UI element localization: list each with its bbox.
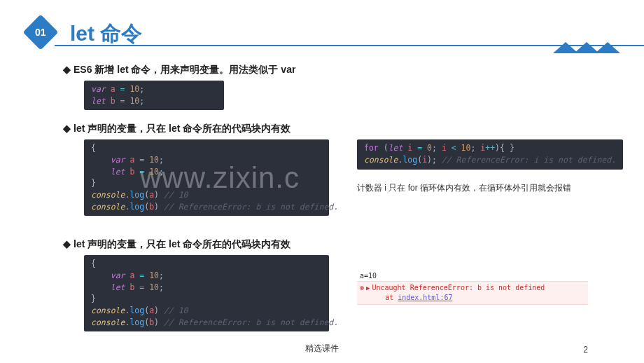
disclosure-triangle-icon: ▶ — [366, 285, 370, 292]
error-icon: ⊗ — [360, 284, 364, 292]
page-number: 2 — [583, 345, 588, 355]
error-source-link[interactable]: index.html:67 — [398, 294, 452, 301]
bullet-2: ◆let 声明的变量，只在 let 命令所在的代码块内有效 — [63, 123, 588, 135]
console-error: ⊗▶Uncaught ReferenceError: b is not defi… — [357, 281, 588, 305]
slide-content: ◆ES6 新增 let 命令，用来声明变量。用法类似于 var var a = … — [0, 48, 644, 344]
diamond-bullet-icon: ◆ — [63, 64, 71, 75]
bullet-3: ◆let 声明的变量，只在 let 命令所在的代码块内有效 — [63, 238, 588, 251]
diamond-bullet-icon: ◆ — [63, 123, 71, 134]
code-block-2-left: { var a = 10; let b = 10; } console.log(… — [84, 139, 329, 216]
section-number-badge: 01 — [23, 15, 59, 50]
svg-marker-1 — [574, 42, 599, 53]
code-block-2-right: for (let i = 0; i < 10; i++){ } console.… — [357, 139, 623, 169]
footer-center: 精选课件 — [0, 343, 644, 355]
svg-marker-0 — [553, 42, 578, 53]
error-at: at — [385, 294, 398, 301]
console-error-message: Uncaught ReferenceError: b is not define… — [372, 284, 545, 292]
section-number: 01 — [35, 27, 46, 38]
diamond-bullet-icon: ◆ — [63, 238, 71, 249]
bullet-1: ◆ES6 新增 let 命令，用来声明变量。用法类似于 var — [63, 64, 588, 76]
caption-2-right: 计数器 i 只在 for 循环体内有效，在循环体外引用就会报错 — [357, 182, 623, 194]
slide-header: 01 let 命令 — [0, 0, 644, 48]
devtools-panel: a=10 ⊗▶Uncaught ReferenceError: b is not… — [357, 272, 588, 305]
svg-marker-2 — [595, 42, 620, 53]
right-column-2: for (let i = 0; i < 10; i++){ } console.… — [357, 139, 623, 193]
wave-decoration-icon — [546, 38, 623, 55]
code-block-3-left: { var a = 10; let b = 10; } console.log(… — [84, 255, 329, 331]
code-block-1: var a = 10; let b = 10; — [84, 81, 224, 110]
console-output: a=10 — [357, 272, 588, 280]
